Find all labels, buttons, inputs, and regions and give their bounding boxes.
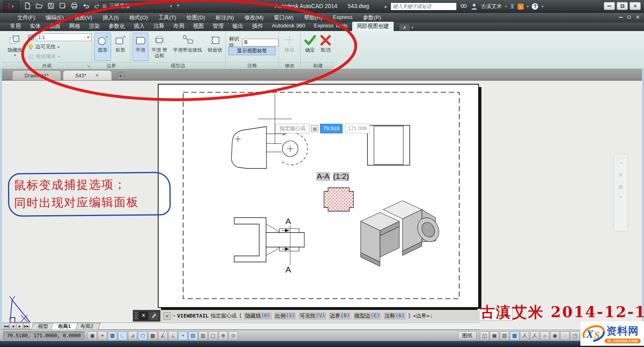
panel-title-appearance[interactable]: 外观 ↘	[2, 62, 91, 69]
annotation-visibility-button[interactable]: 人	[520, 331, 529, 340]
wrench-icon[interactable]	[149, 312, 159, 320]
dynamic-input-options-icon[interactable]: ▤	[311, 125, 318, 132]
help-icon[interactable]: ?	[532, 3, 538, 10]
command-option[interactable]: 比例(S)	[274, 312, 296, 320]
command-option[interactable]: 注释(A)	[384, 312, 406, 320]
dynamic-input-x-field[interactable]: 79.518	[320, 124, 343, 133]
chevron-down-icon[interactable]: ▾	[505, 4, 507, 8]
quick-view-layouts-button[interactable]: ▣	[490, 331, 499, 340]
command-option[interactable]: 隐藏线(H)	[244, 312, 271, 320]
performance-button[interactable]: ◌	[560, 331, 570, 340]
layout-tab[interactable]: 布局1	[51, 323, 78, 330]
chevron-down-icon[interactable]: ▾	[527, 4, 529, 8]
ribbon-tab[interactable]: 插件	[248, 22, 268, 31]
panel-title-create[interactable]: 创建	[301, 62, 335, 69]
dialog-launcher-icon[interactable]: ↘	[87, 63, 90, 69]
command-option[interactable]: 边界(B)	[329, 312, 351, 320]
new-file-button[interactable]	[23, 2, 31, 10]
panel-title-annotation[interactable]: 注释	[226, 62, 279, 69]
ribbon-tab[interactable]: 局部视图创建	[352, 22, 394, 31]
chevron-down-icon[interactable]: ▾	[411, 25, 413, 29]
command-option[interactable]: 模型边(E)	[353, 312, 381, 320]
lineweight-toggle[interactable]: ▤	[188, 331, 198, 340]
menu-item[interactable]: 文件(F)	[12, 13, 40, 23]
paper-sheet[interactable]	[158, 84, 479, 308]
model-paper-toggle[interactable]: ◫	[480, 331, 489, 340]
first-layout-button[interactable]: ◀◀	[3, 323, 9, 329]
menu-item[interactable]: 标注(N)	[211, 13, 239, 23]
menu-item[interactable]: 帮助(H)	[299, 13, 328, 23]
menu-item[interactable]: 视图(V)	[69, 13, 97, 23]
panel-title-boundary[interactable]: 边界	[93, 62, 130, 69]
ribbon-tab[interactable]: 注释	[149, 22, 169, 31]
file-tab[interactable]: 543* ✕	[63, 70, 112, 80]
command-option[interactable]: 可见性(V)	[299, 312, 326, 320]
chevron-down-icon[interactable]: ▾	[619, 195, 621, 199]
paper-model-button[interactable]: 图纸	[458, 331, 477, 340]
object-snap-toggle[interactable]: ◻	[138, 331, 147, 340]
exchange-apps-icon[interactable]: X	[510, 3, 514, 10]
save-as-button[interactable]	[58, 2, 66, 10]
smooth-with-border-button[interactable]: 平滑 带边框	[150, 33, 169, 61]
panel-title-modify[interactable]: 修改	[279, 62, 300, 69]
open-file-button[interactable]	[35, 2, 43, 10]
close-command-line-icon[interactable]: ✕	[139, 312, 148, 320]
search-icon[interactable]	[460, 3, 467, 10]
menu-item[interactable]: Express	[328, 13, 358, 23]
maximize-button[interactable]	[617, 2, 628, 10]
pan-hand-icon[interactable]: ✳	[618, 171, 623, 179]
ribbon-tab[interactable]: 插入	[130, 22, 149, 31]
dynamic-input-y-field[interactable]: 171.006	[345, 124, 370, 133]
application-menu-button[interactable]: A ▾	[3, 1, 19, 12]
new-tab-button[interactable]: +	[117, 72, 125, 80]
undo-button[interactable]	[82, 2, 90, 10]
plot-button[interactable]	[70, 2, 78, 10]
cancel-button[interactable]: 取消	[318, 33, 333, 61]
show-view-label-button[interactable]: 显示视图标签	[228, 47, 276, 55]
infocenter-collapse-icon[interactable]: ▸	[385, 4, 387, 9]
menu-item[interactable]: 窗口(W)	[269, 13, 299, 23]
polar-tracking-toggle[interactable]: ⊿	[128, 331, 137, 340]
menu-item[interactable]: 绘图(D)	[182, 13, 211, 23]
ribbon-tab[interactable]: 视图	[189, 22, 208, 31]
menu-item[interactable]: 编辑(E)	[40, 13, 69, 23]
menu-item[interactable]: 工具(T)	[153, 13, 182, 23]
section-view-label[interactable]: A-A (1:2)	[316, 172, 349, 181]
object-snap-tracking-toggle[interactable]: ∠	[158, 331, 167, 340]
quick-properties-toggle[interactable]: ▢	[208, 331, 218, 340]
ribbon-tab[interactable]: 常用	[6, 22, 25, 31]
ribbon-minimize-button[interactable]: ▲	[399, 24, 410, 30]
ortho-mode-toggle[interactable]: ∟	[118, 331, 127, 340]
zoom-icon[interactable]: ⊕	[618, 183, 623, 191]
ribbon-tab[interactable]: Autodesk 360	[268, 22, 310, 31]
workspace-dropdown[interactable]: 三维建模 ▾	[99, 2, 175, 10]
recent-commands-icon[interactable]: ≡	[163, 312, 171, 320]
clean-screen-button[interactable]: ◳	[570, 331, 580, 340]
smooth-with-leader-button[interactable]: 平滑带连接线	[170, 33, 205, 61]
doc-restore-icon[interactable]	[627, 16, 631, 19]
minimize-button[interactable]	[604, 2, 615, 10]
prev-layout-button[interactable]: ◀	[10, 323, 16, 329]
transparency-toggle[interactable]: ▥	[198, 331, 208, 340]
scale-combobox[interactable]: 1:1 ▼	[36, 33, 91, 41]
menu-item[interactable]: 格式(O)	[124, 13, 153, 23]
signed-in-user[interactable]: 古滇艾米	[481, 3, 502, 10]
save-button[interactable]	[47, 2, 55, 10]
edge-visibility-button[interactable]: 边可见性 ▾	[28, 44, 60, 50]
file-tab[interactable]: Drawing1* ✕	[12, 70, 61, 80]
ribbon-tab[interactable]: 参数化	[104, 22, 130, 31]
ribbon-tab[interactable]: Express Tools	[310, 22, 352, 31]
qat-customize-button[interactable]: ▾	[177, 3, 179, 8]
quick-view-drawings-button[interactable]: ▤	[500, 331, 509, 340]
workspace-switching-button[interactable]: ☼	[540, 331, 549, 340]
identifier-input[interactable]	[242, 39, 279, 46]
doc-minimize-icon[interactable]	[619, 17, 623, 18]
command-line[interactable]: ≡ ▾ VIEWDETAIL 指定圆心或 [ 隐藏线(H)比例(S)可见性(V)…	[160, 310, 480, 322]
next-layout-button[interactable]: ▶	[17, 323, 23, 329]
hidden-lines-button[interactable]: 隐藏线 ▾	[4, 33, 26, 61]
ribbon-tab[interactable]: 实体	[25, 22, 45, 31]
rectangular-boundary-button[interactable]: A 矩形	[112, 33, 129, 61]
infer-constraints-toggle[interactable]: ▣	[88, 331, 97, 340]
download-icon[interactable]: ↓	[518, 4, 524, 10]
auto-annotation-scale-button[interactable]: 人	[530, 331, 539, 340]
